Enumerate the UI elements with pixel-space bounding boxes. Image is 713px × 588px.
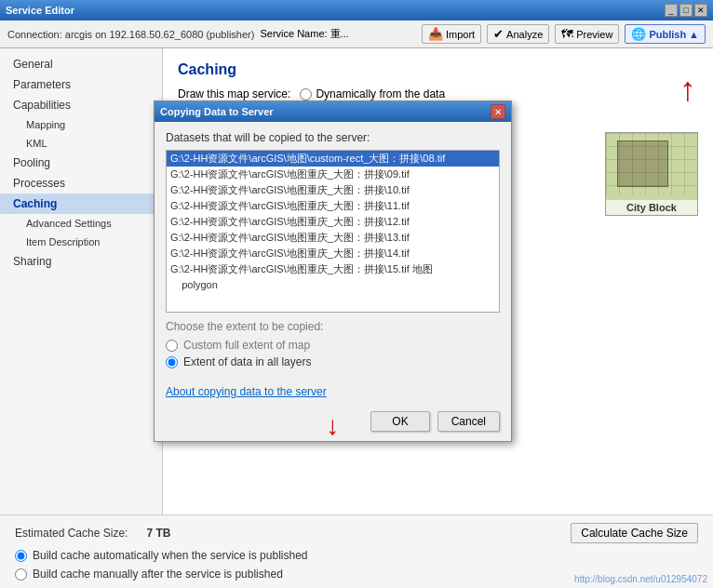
datasets-label: Datasets that will be copied to the serv… — [166, 131, 500, 144]
dialog-close-button[interactable]: ✕ — [491, 104, 505, 119]
file-list-polygon-item[interactable]: polygon — [167, 277, 499, 292]
extent-option2-row: Extent of data in all layers — [166, 355, 500, 368]
extent-option1-label: Custom full extent of map — [183, 339, 310, 352]
extent-custom-radio[interactable] — [166, 340, 178, 352]
file-list-item[interactable]: G:\2-HH资源文件\arcGIS\地图重庆_大图：拼接\13.tif — [167, 230, 499, 246]
file-list-item[interactable]: G:\2-HH资源文件\arcGIS\地图重庆_大图：拼接\09.tif — [167, 167, 499, 182]
file-list-item[interactable]: G:\2-HH资源文件\arcGIS\地图重庆_大图：拼接\11.tif — [167, 198, 499, 214]
arrow-down-annotation: ↓ — [327, 411, 340, 441]
about-copying-link[interactable]: About copying data to the server — [166, 385, 327, 398]
dialog-overlay: Copying Data to Server ✕ Datasets that w… — [0, 0, 713, 588]
extent-label: Choose the extent to be copied: — [166, 320, 500, 333]
file-list-item[interactable]: G:\2-HH资源文件\arcGIS\地图重庆_大图：拼接\15.tif 地图 — [167, 261, 499, 277]
extent-all-layers-radio[interactable] — [166, 356, 178, 368]
extent-option2-label: Extent of data in all layers — [183, 355, 311, 368]
file-list-item[interactable]: G:\2-HH资源文件\arcGIS\地图重庆_大图：拼接\12.tif — [167, 214, 499, 230]
dialog-title-bar: Copying Data to Server ✕ — [155, 101, 511, 122]
cancel-button[interactable]: Cancel — [437, 411, 500, 432]
ok-button[interactable]: OK — [370, 411, 429, 432]
copy-data-dialog: Copying Data to Server ✕ Datasets that w… — [154, 100, 512, 442]
file-list-item[interactable]: G:\2-HH资源文件\arcGIS\地图重庆_大图：拼接\14.tif — [167, 246, 499, 261]
dialog-body: Datasets that will be copied to the serv… — [155, 122, 511, 441]
file-list-item[interactable]: G:\2-HH资源文件\arcGIS\地图\custom-rect_大图：拼接\… — [167, 151, 499, 167]
file-list[interactable]: G:\2-HH资源文件\arcGIS\地图\custom-rect_大图：拼接\… — [166, 150, 500, 313]
dialog-title-text: Copying Data to Server — [160, 106, 274, 117]
extent-option1-row: Custom full extent of map — [166, 339, 500, 352]
file-list-item[interactable]: G:\2-HH资源文件\arcGIS\地图重庆_大图：拼接\10.tif — [167, 182, 499, 198]
